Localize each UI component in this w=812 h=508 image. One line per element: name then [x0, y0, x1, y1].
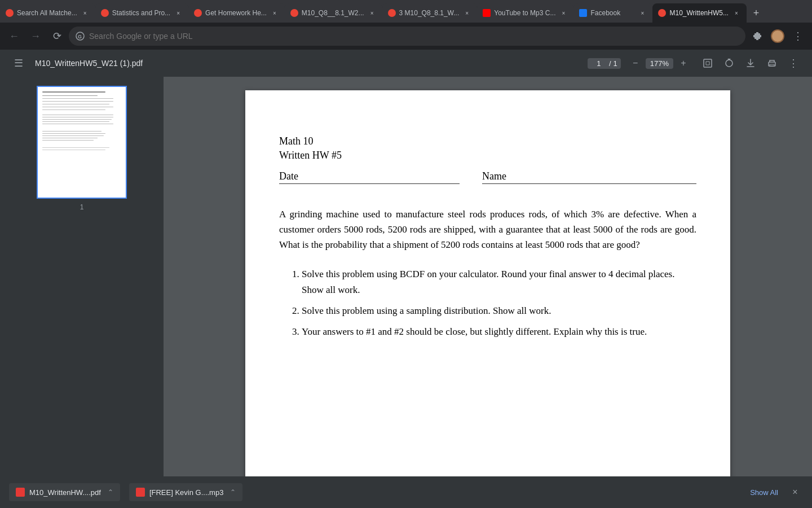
tab-close-4[interactable]: × — [368, 8, 377, 17]
close-downloads-button[interactable]: × — [787, 484, 803, 500]
forward-button[interactable]: → — [26, 27, 45, 46]
doc-subtitle-hw: Written HW #5 — [279, 150, 696, 161]
zoom-controls: − 177% + — [628, 55, 691, 71]
zoom-in-button[interactable]: + — [676, 55, 691, 71]
tab-label-7: Facebook — [590, 9, 620, 17]
tab-facebook[interactable]: Facebook × — [573, 3, 652, 23]
new-tab-button[interactable]: + — [747, 3, 766, 23]
page-thumbnail[interactable] — [37, 86, 127, 199]
list-item-3: Your answers to #1 and #2 should be clos… — [302, 324, 696, 340]
thumbnail-page-label: 1 — [9, 203, 155, 211]
download-item-pdf[interactable]: M10_WrittenHW....pdf ⌃ — [9, 483, 120, 501]
zoom-out-button[interactable]: − — [628, 55, 643, 71]
mp3-file-icon — [136, 488, 145, 497]
tab-label-4: M10_Q8__8.1_W2... — [302, 9, 364, 17]
svg-text:G: G — [78, 34, 82, 40]
tab-favicon-5 — [388, 9, 396, 17]
tab-close-5[interactable]: × — [462, 8, 471, 17]
tab-m10-q8-1[interactable]: M10_Q8__8.1_W2... × — [285, 3, 382, 23]
tab-label-2: Statistics and Pro... — [112, 9, 170, 17]
downloads-right: Show All × — [745, 484, 803, 500]
tab-favicon-8 — [658, 9, 666, 17]
tab-favicon-4 — [290, 9, 298, 17]
date-field: Date — [279, 170, 460, 184]
list-item-1: Solve this problem using BCDF on your ca… — [302, 266, 696, 299]
back-button[interactable]: ← — [5, 27, 24, 46]
tab-homework[interactable]: Get Homework He... × — [188, 3, 285, 23]
pdf-menu-button[interactable]: ☰ — [9, 54, 28, 73]
address-bar[interactable]: G — [69, 27, 745, 46]
tab-favicon-2 — [101, 9, 109, 17]
document-header: Math 10 Written HW #5 Date Name — [279, 135, 696, 184]
profile-button[interactable] — [768, 27, 787, 46]
google-icon: G — [76, 32, 85, 41]
name-field: Name — [482, 170, 696, 184]
name-label: Name — [482, 170, 506, 182]
nav-right-controls: ⋮ — [748, 27, 807, 46]
extensions-button[interactable] — [748, 27, 767, 46]
navigation-bar: ← → ⟳ G ⋮ — [0, 23, 812, 50]
pdf-download-chevron[interactable]: ⌃ — [108, 488, 113, 496]
pdf-sidebar: 1 — [0, 77, 164, 476]
svg-rect-2 — [704, 59, 712, 67]
doc-list: Solve this problem using BCDF on your ca… — [302, 266, 696, 341]
tab-close-1[interactable]: × — [81, 8, 90, 17]
tab-search-all[interactable]: Search All Matche... × — [0, 3, 95, 23]
zoom-display[interactable]: 177% — [646, 58, 673, 69]
tab-label-6: YouTube to Mp3 C... — [494, 9, 555, 17]
doc-body-text: A grinding machine used to manufacture s… — [279, 207, 696, 253]
tab-close-6[interactable]: × — [559, 8, 568, 17]
menu-button[interactable]: ⋮ — [788, 27, 807, 46]
tab-favicon-3 — [194, 9, 202, 17]
tab-favicon-1 — [6, 9, 14, 17]
tab-close-3[interactable]: × — [270, 8, 279, 17]
doc-fields-row: Date Name — [279, 170, 696, 184]
pdf-download-name: M10_WrittenHW....pdf — [29, 488, 101, 497]
pdf-right-controls: ⋮ — [698, 54, 803, 73]
show-all-button[interactable]: Show All — [745, 485, 783, 500]
page-number-input[interactable] — [591, 59, 607, 68]
mp3-download-name: [FREE] Kevin G....mp3 — [149, 488, 224, 497]
tab-bar: Search All Matche... × Statistics and Pr… — [0, 0, 812, 23]
reload-button[interactable]: ⟳ — [47, 27, 67, 46]
tab-pdf-active[interactable]: M10_WrittenHW5... × — [652, 3, 746, 23]
tab-label-5: 3 M10_Q8_8.1_W... — [399, 9, 460, 17]
tab-youtube[interactable]: YouTube to Mp3 C... × — [477, 3, 573, 23]
url-input[interactable] — [89, 32, 739, 41]
tab-favicon-7 — [579, 9, 587, 17]
list-item-2: Solve this problem using a sampling dist… — [302, 303, 696, 319]
tab-close-7[interactable]: × — [638, 8, 647, 17]
pdf-document-area[interactable]: Math 10 Written HW #5 Date Name A grindi… — [164, 77, 812, 476]
tab-m10-q8-2[interactable]: 3 M10_Q8_8.1_W... × — [382, 3, 478, 23]
fit-page-button[interactable] — [698, 54, 717, 73]
print-button[interactable] — [762, 54, 782, 73]
tab-label-3: Get Homework He... — [205, 9, 267, 17]
doc-title-math: Math 10 — [279, 135, 696, 147]
page-total: 1 — [614, 59, 617, 68]
page-indicator: / 1 — [588, 58, 621, 69]
pdf-file-icon — [16, 488, 25, 497]
pdf-main-area: 1 Math 10 Written HW #5 Date Name A grin… — [0, 77, 812, 476]
download-item-mp3[interactable]: [FREE] Kevin G....mp3 ⌃ — [129, 483, 243, 501]
tab-close-2[interactable]: × — [174, 8, 183, 17]
rotate-button[interactable] — [720, 54, 739, 73]
thumbnail-preview — [38, 87, 126, 198]
svg-rect-4 — [770, 64, 774, 66]
tab-label-1: Search All Matche... — [17, 9, 77, 17]
tab-statistics[interactable]: Statistics and Pro... × — [95, 3, 188, 23]
tab-close-8[interactable]: × — [732, 8, 741, 17]
tab-favicon-6 — [483, 9, 491, 17]
downloads-bar: M10_WrittenHW....pdf ⌃ [FREE] Kevin G...… — [0, 476, 812, 508]
tab-label-8: M10_WrittenHW5... — [669, 9, 728, 17]
pdf-page: Math 10 Written HW #5 Date Name A grindi… — [245, 90, 730, 476]
pdf-title: M10_WrittenHW5_W21 (1).pdf — [35, 59, 581, 68]
download-button[interactable] — [741, 54, 760, 73]
page-separator: / — [609, 59, 611, 68]
pdf-page-controls: / 1 — [588, 58, 621, 69]
date-label: Date — [279, 170, 298, 182]
more-options-button[interactable]: ⋮ — [784, 54, 803, 73]
mp3-download-chevron[interactable]: ⌃ — [230, 488, 236, 496]
pdf-toolbar: ☰ M10_WrittenHW5_W21 (1).pdf / 1 − 177% … — [0, 50, 812, 77]
